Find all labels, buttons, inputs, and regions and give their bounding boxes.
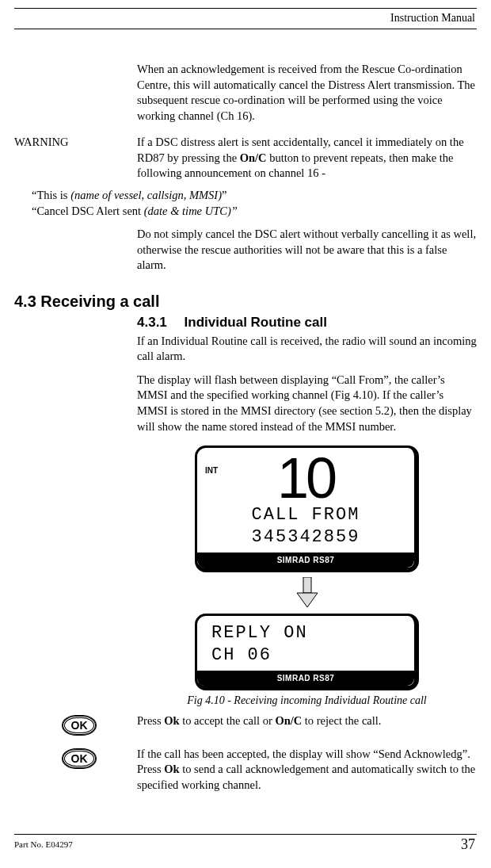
lcd-line2: 345342859 <box>207 528 405 547</box>
header-title: Instruction Manual <box>390 11 475 26</box>
press-e: to reject the call. <box>302 714 381 727</box>
warning-p2: Do not simply cancel the DSC alert witho… <box>137 227 477 273</box>
svg-marker-1 <box>297 593 318 607</box>
accept-b: Ok <box>164 763 179 775</box>
radio-display-2: REPLY ON CH 06 SIMRAD RS87 <box>195 614 419 690</box>
figure-wrap: INT 10 CALL FROM 345342859 SIMRAD RS87 R… <box>137 445 477 690</box>
intro-paragraph: When an acknowledgement is received from… <box>137 62 477 124</box>
brand-bar-1: SIMRAD RS87 <box>197 553 414 568</box>
subsection-heading: 4.3.1 Individual Routine call <box>137 314 477 332</box>
footer-rule <box>14 834 477 835</box>
sec-p2: The display will flash between displayin… <box>137 373 477 434</box>
header-underline <box>14 29 477 29</box>
lcd2-line2: CH 06 <box>207 646 405 665</box>
press-ok-paragraph: Press Ok to accept the call or On/C to r… <box>137 713 477 729</box>
press-b: Ok <box>164 714 179 727</box>
lcd-line1: CALL FROM <box>207 506 405 525</box>
onc-bold: On/C <box>240 151 267 164</box>
radio-display-1: INT 10 CALL FROM 345342859 SIMRAD RS87 <box>195 445 419 572</box>
ok-button-icon: OK <box>62 715 97 736</box>
q2b: (date & time UTC)” <box>144 205 238 217</box>
section-heading: 4.3 Receiving a call <box>14 291 477 312</box>
press-a: Press <box>137 714 164 727</box>
svg-rect-0 <box>303 577 311 593</box>
lcd2-line1: REPLY ON <box>207 624 405 643</box>
int-label: INT <box>205 465 218 476</box>
page-content: When an acknowledgement is received from… <box>14 62 477 805</box>
warning-p1: If a DSC distress alert is sent accident… <box>137 135 477 182</box>
warning-label: WARNING <box>14 135 133 151</box>
sec-p1: If an Individual Routine call is receive… <box>137 334 477 365</box>
arrow-down-icon <box>137 577 477 609</box>
warning-quote1: “This is (name of vessel, callsign, MMSI… <box>32 188 477 204</box>
part-number: Part No. E04297 <box>14 839 73 851</box>
page-number: 37 <box>461 835 475 854</box>
press-d: On/C <box>275 714 302 727</box>
accept-c: to send a call acknowledgement and autom… <box>137 763 475 791</box>
q1c: ” <box>222 189 226 201</box>
figure-caption: Fig 4.10 - Receiving incoming Individual… <box>137 694 477 709</box>
q1a: “This is <box>32 189 70 201</box>
accept-paragraph: If the call has been accepted, the displ… <box>137 747 477 793</box>
warning-quote2: “Cancel DSC Alert sent (date & time UTC)… <box>32 204 477 220</box>
channel-number: 10 <box>207 454 405 503</box>
q2a: “Cancel DSC Alert sent <box>32 205 144 217</box>
q1b: (name of vessel, callsign, MMSI) <box>70 189 222 201</box>
brand-bar-2: SIMRAD RS87 <box>197 671 414 686</box>
top-rule <box>14 8 477 9</box>
ok-button-icon-2: OK <box>62 748 97 769</box>
press-c: to accept the call or <box>180 714 276 727</box>
